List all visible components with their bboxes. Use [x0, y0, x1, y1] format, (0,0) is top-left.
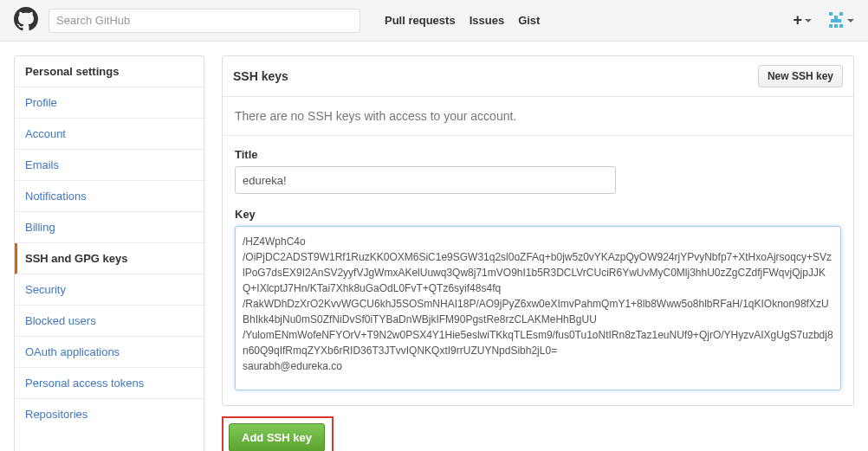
caret-down-icon — [805, 19, 812, 23]
ssh-key-textarea[interactable] — [235, 226, 841, 390]
sidebar-item-emails[interactable]: Emails — [15, 150, 204, 181]
github-logo-icon[interactable] — [14, 7, 38, 34]
create-new-icon[interactable]: + — [793, 11, 812, 29]
nav-gist[interactable]: Gist — [518, 14, 540, 27]
sidebar-item-security[interactable]: Security — [15, 274, 204, 306]
highlight-annotation: Add SSH key — [222, 416, 334, 451]
ssh-keys-panel: SSH keys New SSH key There are no SSH ke… — [222, 55, 854, 406]
panel-title: SSH keys — [233, 69, 288, 83]
sidebar-item-profile[interactable]: Profile — [15, 87, 204, 119]
sidebar-item-account[interactable]: Account — [15, 119, 204, 150]
sidebar-heading: Personal settings — [15, 56, 204, 87]
sidebar-item-repositories[interactable]: Repositories — [15, 399, 204, 429]
settings-sidebar: Personal settings Profile Account Emails… — [14, 55, 204, 451]
nav-pull-requests[interactable]: Pull requests — [385, 14, 456, 27]
empty-message: There are no SSH keys with access to you… — [223, 97, 853, 136]
nav-center: Pull requests Issues Gist — [385, 14, 540, 27]
sidebar-item-blocked-users[interactable]: Blocked users — [15, 306, 204, 337]
search-input[interactable] — [49, 9, 360, 33]
nav-issues[interactable]: Issues — [470, 14, 504, 27]
key-label: Key — [235, 208, 841, 221]
ssh-key-title-input[interactable] — [235, 166, 616, 194]
title-label: Title — [235, 148, 841, 161]
user-avatar-icon[interactable] — [827, 12, 854, 29]
nav-right: + — [793, 11, 854, 29]
caret-down-icon — [847, 19, 854, 23]
sidebar-item-oauth-applications[interactable]: OAuth applications — [15, 337, 204, 368]
topbar: Pull requests Issues Gist + — [0, 0, 868, 42]
sidebar-item-billing[interactable]: Billing — [15, 212, 204, 243]
sidebar-item-personal-access-tokens[interactable]: Personal access tokens — [15, 368, 204, 399]
sidebar-item-ssh-gpg-keys[interactable]: SSH and GPG keys — [15, 243, 204, 274]
add-ssh-key-button[interactable]: Add SSH key — [229, 423, 325, 451]
main-content: SSH keys New SSH key There are no SSH ke… — [222, 55, 854, 451]
new-ssh-key-button[interactable]: New SSH key — [758, 65, 843, 87]
sidebar-item-notifications[interactable]: Notifications — [15, 181, 204, 212]
